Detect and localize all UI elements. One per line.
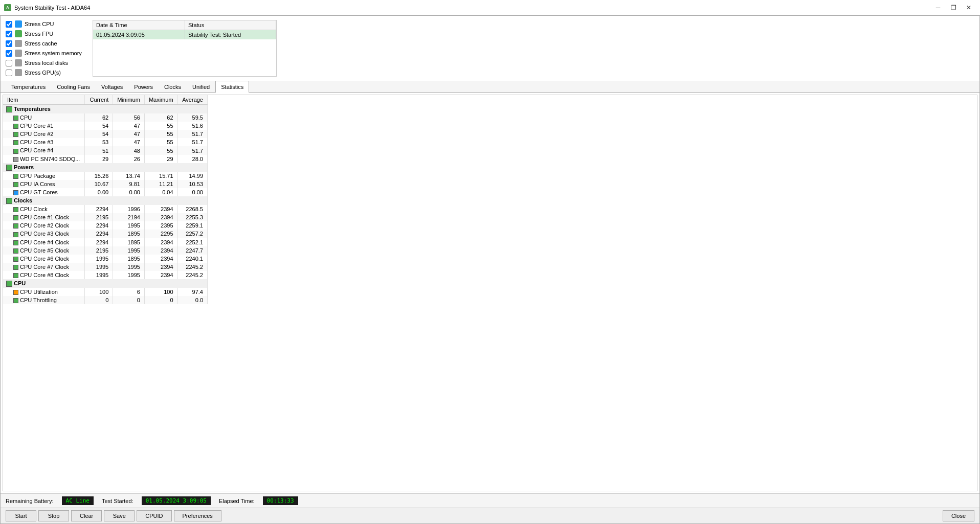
col-current: Current (84, 95, 113, 105)
log-header: Date & Time Status (93, 20, 276, 30)
tab-unified[interactable]: Unified (187, 81, 215, 93)
save-button[interactable]: Save (104, 510, 135, 521)
col-average: Average (177, 95, 207, 105)
remaining-battery-label: Remaining Battery: (6, 498, 54, 504)
main-window: Stress CPU Stress FPU Stress cache Stres… (0, 15, 980, 524)
title-text: System Stability Test - AIDA64 (14, 5, 90, 11)
table-row: CPU Core #4 Clock2294189523942252.1 (3, 238, 208, 246)
stress-fpu-item: Stress FPU (6, 30, 87, 38)
window-controls: ─ ❐ ✕ (931, 2, 976, 13)
mem-icon (15, 50, 22, 57)
cache-icon (15, 40, 22, 47)
stress-gpu-label: Stress GPU(s) (25, 70, 61, 76)
tab-clocks[interactable]: Clocks (159, 81, 187, 93)
stress-fpu-checkbox[interactable] (6, 31, 12, 37)
tab-statistics[interactable]: Statistics (215, 81, 249, 93)
table-row: CPU Core #451485551.7 (3, 146, 208, 154)
log-table: Date & Time Status 01.05.2024 3:09:05 St… (93, 20, 277, 77)
table-row: CPU Core #1 Clock2195219423942255.3 (3, 213, 208, 221)
table-row: CPU Core #3 Clock2294189522952257.2 (3, 230, 208, 238)
stress-disk-item: Stress local disks (6, 59, 87, 67)
elapsed-time-label: Elapsed Time: (219, 498, 255, 504)
table-row: CPU Core #2 Clock2294199523952259.1 (3, 221, 208, 230)
remaining-battery-value: AC Line (62, 496, 94, 505)
stress-cache-item: Stress cache (6, 39, 87, 48)
stress-disk-checkbox[interactable] (6, 60, 12, 66)
table-row: CPU Core #5 Clock2195199523942247.7 (3, 246, 208, 255)
stress-mem-item: Stress system memory (6, 49, 87, 57)
cpu-icon (15, 20, 22, 28)
stress-cpu-label: Stress CPU (25, 21, 54, 27)
table-row: CPU GT Cores0.000.000.040.00 (3, 188, 208, 196)
col-item: Item (3, 95, 84, 105)
table-row: CPU Core #7 Clock1995199523942245.2 (3, 263, 208, 271)
stop-button[interactable]: Stop (38, 510, 69, 521)
disk-icon (15, 59, 22, 66)
app-icon: A (4, 4, 11, 11)
category-row: CPU (3, 279, 208, 288)
stress-cache-checkbox[interactable] (6, 40, 12, 47)
preferences-button[interactable]: Preferences (174, 510, 221, 521)
stress-mem-label: Stress system memory (25, 50, 82, 56)
close-button[interactable]: Close (943, 510, 974, 521)
table-row: CPU Core #154475551.6 (3, 122, 208, 130)
tabs-bar: Temperatures Cooling Fans Voltages Power… (1, 81, 979, 93)
status-bar: Remaining Battery: AC Line Test Started:… (1, 493, 979, 508)
elapsed-time-value: 00:13:33 (263, 496, 298, 505)
table-row: CPU Core #353475551.7 (3, 138, 208, 146)
stress-gpu-checkbox[interactable] (6, 70, 12, 76)
table-row: CPU Core #254475551.7 (3, 130, 208, 138)
table-row: CPU Clock2294199623942268.5 (3, 205, 208, 213)
tab-temperatures[interactable]: Temperatures (6, 81, 51, 93)
table-row: CPU IA Cores10.679.8111.2110.53 (3, 180, 208, 188)
tab-powers[interactable]: Powers (128, 81, 159, 93)
top-section: Stress CPU Stress FPU Stress cache Stres… (1, 16, 979, 81)
test-started-value: 01.05.2024 3:09:05 (142, 496, 211, 505)
col-maximum: Maximum (144, 95, 177, 105)
table-row: CPU Core #6 Clock1995189523942240.1 (3, 255, 208, 263)
log-header-status: Status (185, 20, 276, 30)
table-row: WD PC SN740 SDDQ...29262928.0 (3, 155, 208, 163)
start-button[interactable]: Start (6, 510, 36, 521)
stats-wrapper: Item Current Minimum Maximum Average Tem… (3, 95, 977, 491)
log-status-0: Stability Test: Started (185, 30, 276, 39)
cpuid-button[interactable]: CPUID (137, 510, 171, 521)
stress-cpu-checkbox[interactable] (6, 21, 12, 28)
log-row-0: 01.05.2024 3:09:05 Stability Test: Start… (93, 30, 276, 39)
gpu-icon (15, 69, 22, 76)
stats-table: Item Current Minimum Maximum Average Tem… (3, 95, 208, 304)
stats-scroll[interactable]: Item Current Minimum Maximum Average Tem… (3, 95, 977, 491)
table-row: CPU62566259.5 (3, 113, 208, 122)
log-datetime-0: 01.05.2024 3:09:05 (93, 30, 185, 39)
category-row: Powers (3, 163, 208, 172)
table-row: CPU Utilization100610097.4 (3, 288, 208, 296)
clear-button[interactable]: Clear (71, 510, 102, 521)
close-window-button[interactable]: ✕ (962, 2, 976, 13)
table-row: CPU Package15.2613.7415.7114.99 (3, 172, 208, 180)
minimize-button[interactable]: ─ (931, 2, 945, 13)
stress-options: Stress CPU Stress FPU Stress cache Stres… (6, 20, 87, 77)
stress-disk-label: Stress local disks (25, 60, 68, 66)
restore-button[interactable]: ❐ (946, 2, 961, 13)
table-row: CPU Throttling0000.0 (3, 296, 208, 304)
stress-fpu-label: Stress FPU (25, 31, 53, 37)
test-started-label: Test Started: (102, 498, 133, 504)
table-row: CPU Core #8 Clock1995199523942245.2 (3, 271, 208, 279)
stress-cpu-item: Stress CPU (6, 20, 87, 28)
bottom-toolbar: Start Stop Clear Save CPUID Preferences … (1, 508, 979, 523)
category-row: Clocks (3, 196, 208, 205)
tab-cooling-fans[interactable]: Cooling Fans (51, 81, 96, 93)
category-row: Temperatures (3, 105, 208, 114)
title-bar: A System Stability Test - AIDA64 ─ ❐ ✕ (0, 0, 980, 15)
log-header-datetime: Date & Time (93, 20, 185, 30)
stress-cache-label: Stress cache (25, 40, 57, 47)
col-minimum: Minimum (113, 95, 145, 105)
tab-voltages[interactable]: Voltages (96, 81, 128, 93)
stress-mem-checkbox[interactable] (6, 50, 12, 57)
fpu-icon (15, 30, 22, 37)
stress-gpu-item: Stress GPU(s) (6, 69, 87, 77)
